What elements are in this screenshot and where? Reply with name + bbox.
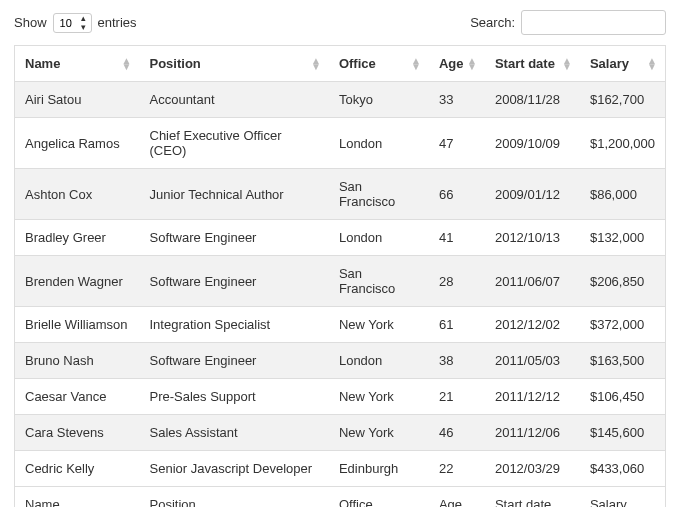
sort-icon: ▲▼ — [467, 58, 477, 70]
footer-position: Position — [140, 487, 329, 508]
entries-select[interactable]: 10 — [53, 13, 92, 33]
cell-start: 2008/11/28 — [485, 82, 580, 118]
sort-icon: ▲▼ — [411, 58, 421, 70]
cell-office: London — [329, 343, 429, 379]
column-label: Salary — [590, 56, 629, 71]
sort-icon: ▲▼ — [562, 58, 572, 70]
cell-salary: $86,000 — [580, 169, 666, 220]
cell-age: 46 — [429, 415, 485, 451]
cell-start: 2012/10/13 — [485, 220, 580, 256]
entries-label: entries — [98, 15, 137, 30]
cell-start: 2011/06/07 — [485, 256, 580, 307]
footer-age: Age — [429, 487, 485, 508]
cell-name: Brenden Wagner — [15, 256, 140, 307]
column-label: Age — [439, 56, 464, 71]
cell-office: Edinburgh — [329, 451, 429, 487]
cell-name: Ashton Cox — [15, 169, 140, 220]
table-row: Caesar VancePre-Sales SupportNew York212… — [15, 379, 666, 415]
table-row: Ashton CoxJunior Technical AuthorSan Fra… — [15, 169, 666, 220]
column-header-start-date[interactable]: Start date▲▼ — [485, 46, 580, 82]
cell-name: Cara Stevens — [15, 415, 140, 451]
column-label: Start date — [495, 56, 555, 71]
column-label: Office — [339, 56, 376, 71]
cell-age: 22 — [429, 451, 485, 487]
cell-salary: $206,850 — [580, 256, 666, 307]
cell-position: Software Engineer — [140, 343, 329, 379]
cell-office: Tokyo — [329, 82, 429, 118]
data-table: Name▲▼Position▲▼Office▲▼Age▲▼Start date▲… — [14, 45, 666, 507]
table-row: Angelica RamosChief Executive Officer (C… — [15, 118, 666, 169]
cell-office: New York — [329, 307, 429, 343]
cell-name: Caesar Vance — [15, 379, 140, 415]
cell-start: 2009/01/12 — [485, 169, 580, 220]
cell-age: 21 — [429, 379, 485, 415]
sort-icon: ▲▼ — [311, 58, 321, 70]
cell-start: 2011/05/03 — [485, 343, 580, 379]
cell-position: Junior Technical Author — [140, 169, 329, 220]
cell-age: 66 — [429, 169, 485, 220]
column-header-position[interactable]: Position▲▼ — [140, 46, 329, 82]
cell-position: Pre-Sales Support — [140, 379, 329, 415]
search-input[interactable] — [521, 10, 666, 35]
sort-icon: ▲▼ — [647, 58, 657, 70]
cell-salary: $372,000 — [580, 307, 666, 343]
cell-position: Chief Executive Officer (CEO) — [140, 118, 329, 169]
column-header-office[interactable]: Office▲▼ — [329, 46, 429, 82]
cell-salary: $163,500 — [580, 343, 666, 379]
cell-position: Software Engineer — [140, 220, 329, 256]
cell-name: Cedric Kelly — [15, 451, 140, 487]
cell-age: 47 — [429, 118, 485, 169]
table-row: Cara StevensSales AssistantNew York46201… — [15, 415, 666, 451]
cell-position: Software Engineer — [140, 256, 329, 307]
table-row: Bradley GreerSoftware EngineerLondon4120… — [15, 220, 666, 256]
footer-start-date: Start date — [485, 487, 580, 508]
cell-salary: $433,060 — [580, 451, 666, 487]
cell-name: Airi Satou — [15, 82, 140, 118]
footer-office: Office — [329, 487, 429, 508]
cell-office: New York — [329, 415, 429, 451]
column-header-salary[interactable]: Salary▲▼ — [580, 46, 666, 82]
column-label: Name — [25, 56, 60, 71]
cell-age: 61 — [429, 307, 485, 343]
cell-age: 38 — [429, 343, 485, 379]
cell-position: Senior Javascript Developer — [140, 451, 329, 487]
table-row: Cedric KellySenior Javascript DeveloperE… — [15, 451, 666, 487]
cell-start: 2012/03/29 — [485, 451, 580, 487]
cell-position: Sales Assistant — [140, 415, 329, 451]
cell-salary: $162,700 — [580, 82, 666, 118]
cell-office: San Francisco — [329, 256, 429, 307]
cell-start: 2011/12/12 — [485, 379, 580, 415]
cell-office: San Francisco — [329, 169, 429, 220]
cell-start: 2011/12/06 — [485, 415, 580, 451]
cell-age: 33 — [429, 82, 485, 118]
column-label: Position — [150, 56, 201, 71]
table-row: Bruno NashSoftware EngineerLondon382011/… — [15, 343, 666, 379]
cell-age: 28 — [429, 256, 485, 307]
column-header-age[interactable]: Age▲▼ — [429, 46, 485, 82]
footer-salary: Salary — [580, 487, 666, 508]
cell-name: Angelica Ramos — [15, 118, 140, 169]
cell-salary: $1,200,000 — [580, 118, 666, 169]
table-row: Brielle WilliamsonIntegration Specialist… — [15, 307, 666, 343]
cell-name: Brielle Williamson — [15, 307, 140, 343]
search-control: Search: — [470, 10, 666, 35]
cell-start: 2012/12/02 — [485, 307, 580, 343]
cell-age: 41 — [429, 220, 485, 256]
cell-start: 2009/10/09 — [485, 118, 580, 169]
show-label: Show — [14, 15, 47, 30]
column-header-name[interactable]: Name▲▼ — [15, 46, 140, 82]
sort-icon: ▲▼ — [122, 58, 132, 70]
table-row: Brenden WagnerSoftware EngineerSan Franc… — [15, 256, 666, 307]
search-label: Search: — [470, 15, 515, 30]
cell-name: Bradley Greer — [15, 220, 140, 256]
table-row: Airi SatouAccountantTokyo332008/11/28$16… — [15, 82, 666, 118]
cell-salary: $106,450 — [580, 379, 666, 415]
cell-office: London — [329, 118, 429, 169]
cell-position: Accountant — [140, 82, 329, 118]
length-control: Show 10 ▴▾ entries — [14, 13, 137, 33]
cell-salary: $145,600 — [580, 415, 666, 451]
cell-position: Integration Specialist — [140, 307, 329, 343]
cell-office: London — [329, 220, 429, 256]
cell-name: Bruno Nash — [15, 343, 140, 379]
cell-salary: $132,000 — [580, 220, 666, 256]
